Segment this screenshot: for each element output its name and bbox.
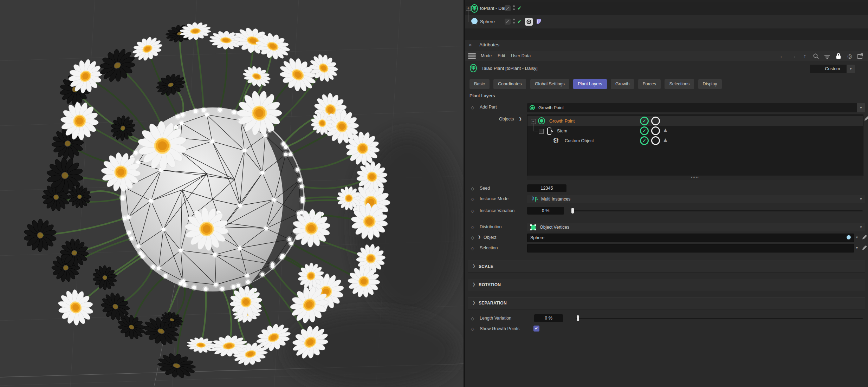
- keyframe-diamond-icon[interactable]: ◇: [471, 105, 474, 110]
- layer-icon[interactable]: [505, 5, 511, 11]
- group-rotation[interactable]: ❯ ROTATION: [468, 279, 865, 291]
- tab-global-settings[interactable]: Global Settings: [530, 79, 569, 89]
- hamburger-icon[interactable]: [468, 53, 476, 59]
- tree-resize-handle[interactable]: •••••: [527, 176, 863, 180]
- enabled-check-icon[interactable]: ✓: [640, 126, 649, 135]
- menu-mode[interactable]: Mode: [481, 51, 492, 61]
- group-scale[interactable]: ❯ SCALE: [468, 261, 865, 273]
- tree-item-label[interactable]: Stem: [557, 126, 567, 136]
- object-label[interactable]: Sphere: [480, 15, 495, 28]
- seed-input[interactable]: 12345: [527, 184, 566, 192]
- state-circle-icon[interactable]: [651, 126, 660, 135]
- distribution-dropdown[interactable]: Object Vertices ▼: [527, 223, 865, 231]
- search-icon[interactable]: [812, 53, 820, 61]
- keyframe-diamond-icon[interactable]: ◇: [471, 186, 474, 191]
- target-icon[interactable]: ◎: [846, 52, 854, 60]
- chevron-right-icon: ❯: [472, 300, 475, 305]
- tree-item-label[interactable]: Custom Object: [565, 136, 594, 146]
- chevron-down-icon[interactable]: ▼: [857, 195, 865, 203]
- tab-coordinates[interactable]: Coordinates: [493, 79, 526, 89]
- keyframe-diamond-icon[interactable]: ◇: [471, 209, 474, 214]
- chevron-down-icon[interactable]: ▼: [855, 246, 859, 250]
- tree-row-stem[interactable]: − Stem ✓ ▲: [527, 126, 863, 136]
- visibility-dots-icon[interactable]: [513, 19, 515, 25]
- tab-selections[interactable]: Selections: [665, 79, 694, 89]
- back-arrow-icon[interactable]: ←: [778, 52, 786, 60]
- attributes-panel: × Attributes Mode Edit User Data ← → ↑: [465, 40, 868, 387]
- tree-item-label[interactable]: Growth Point: [549, 116, 575, 126]
- slider-handle[interactable]: [577, 315, 579, 321]
- instance-mode-label: Instance Mode: [480, 196, 509, 201]
- group-separation[interactable]: ❯ SEPARATION: [468, 297, 865, 309]
- chevron-down-icon[interactable]: ▼: [855, 236, 859, 239]
- instance-variation-input[interactable]: 0 %: [527, 207, 564, 215]
- collapse-toggle-icon[interactable]: −: [539, 129, 544, 134]
- menu-user-data[interactable]: User Data: [511, 51, 531, 61]
- tab-forces[interactable]: Forces: [638, 79, 661, 89]
- slider-handle[interactable]: [571, 208, 574, 214]
- keyframe-diamond-icon[interactable]: ◇: [471, 316, 474, 321]
- enabled-check-icon[interactable]: ✓: [640, 136, 649, 145]
- popout-icon[interactable]: [856, 53, 864, 61]
- instance-mode-dropdown[interactable]: Multi Instances ▼: [527, 195, 865, 203]
- menu-edit[interactable]: Edit: [498, 51, 505, 61]
- keyframe-diamond-icon[interactable]: ◇: [471, 197, 474, 202]
- add-part-dropdown[interactable]: Growth Point ▼: [527, 103, 865, 112]
- state-circle-icon[interactable]: [651, 117, 660, 125]
- instance-variation-label: Instance Variation: [480, 208, 514, 213]
- keyframe-diamond-icon[interactable]: ◇: [471, 327, 474, 332]
- object-row-toplant[interactable]: + toPlant - Daisy ✓: [465, 2, 868, 15]
- up-arrow-icon[interactable]: ↑: [801, 52, 809, 60]
- panel-title: Attributes: [479, 42, 499, 47]
- tab-plant-layers[interactable]: Plant Layers: [573, 79, 607, 89]
- tab-display[interactable]: Display: [698, 79, 722, 89]
- sphere-icon: [470, 18, 479, 27]
- chevron-down-icon[interactable]: ▼: [857, 103, 865, 112]
- tree-row-custom-object[interactable]: ⚙ Custom Object ✓ ▲: [527, 136, 863, 146]
- show-growth-points-checkbox[interactable]: ✓: [533, 326, 539, 332]
- phong-tag-icon[interactable]: [535, 18, 543, 26]
- tree-row-growth-point[interactable]: − Growth Point ✓: [527, 116, 863, 126]
- viewport-3d[interactable]: [0, 0, 464, 387]
- filter-icon[interactable]: [823, 54, 831, 61]
- chevron-down-icon[interactable]: ▼: [857, 223, 865, 231]
- length-variation-slider[interactable]: [576, 318, 863, 319]
- close-icon[interactable]: ×: [469, 42, 472, 48]
- tab-basic[interactable]: Basic: [469, 79, 490, 89]
- eyedropper-icon[interactable]: [864, 116, 868, 121]
- state-circle-icon[interactable]: [651, 136, 660, 145]
- enabled-check-icon[interactable]: ✓: [640, 117, 649, 125]
- lock-icon[interactable]: [834, 52, 843, 60]
- chevron-right-icon[interactable]: ❯: [478, 235, 481, 239]
- preset-dropdown[interactable]: Custom ▼: [810, 65, 855, 73]
- object-manager: + toPlant - Daisy ✓ Sphere: [465, 0, 868, 42]
- triangle-icon[interactable]: ▲: [662, 126, 668, 135]
- visibility-dots-icon[interactable]: [513, 5, 515, 11]
- display-tag-icon[interactable]: [525, 18, 533, 26]
- keyframe-diamond-icon[interactable]: ◇: [471, 235, 474, 240]
- multi-instances-icon: [530, 196, 539, 202]
- triangle-icon[interactable]: ▲: [662, 136, 668, 144]
- object-row-sphere[interactable]: Sphere ✓: [465, 15, 868, 28]
- forward-arrow-icon[interactable]: →: [789, 52, 798, 60]
- chevron-down-icon[interactable]: ▼: [847, 65, 855, 73]
- keyframe-diamond-icon[interactable]: ◇: [471, 225, 474, 230]
- object-vertices-icon: [530, 224, 536, 230]
- layer-icon[interactable]: [505, 19, 511, 25]
- length-variation-input[interactable]: 0 %: [534, 314, 563, 322]
- chevron-right-icon[interactable]: ❯: [519, 117, 522, 121]
- objects-label: Objects: [499, 117, 514, 122]
- length-variation-label: Length Variation: [480, 316, 511, 321]
- keyframe-diamond-icon[interactable]: ◇: [471, 246, 474, 251]
- tab-growth[interactable]: Growth: [611, 79, 634, 89]
- enabled-check-icon[interactable]: ✓: [517, 18, 522, 25]
- instance-variation-slider[interactable]: [571, 210, 863, 211]
- object-link-field[interactable]: Sphere: [527, 234, 854, 242]
- tree-connector: [533, 131, 538, 131]
- objects-tree[interactable]: − Growth Point ✓ − Stem ✓ ▲: [527, 114, 863, 176]
- eyedropper-icon[interactable]: [862, 245, 867, 250]
- collapse-toggle-icon[interactable]: −: [531, 119, 536, 124]
- selection-link-field[interactable]: [527, 244, 854, 252]
- enabled-check-icon[interactable]: ✓: [517, 5, 522, 11]
- eyedropper-icon[interactable]: [862, 234, 867, 240]
